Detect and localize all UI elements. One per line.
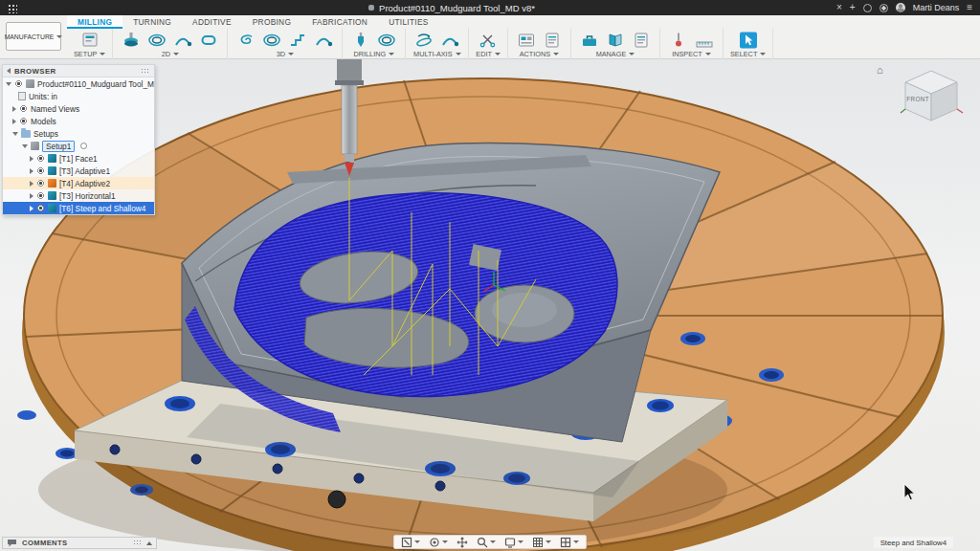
notifications-icon[interactable]: [880, 4, 888, 12]
visibility-eye-icon[interactable]: [14, 79, 23, 88]
menu-icon[interactable]: ≡: [967, 3, 972, 12]
2d-pocket-icon[interactable]: [145, 31, 168, 50]
chevron-down-icon: [760, 53, 766, 55]
3d-pocket-icon[interactable]: [260, 31, 283, 50]
new-document-icon[interactable]: +: [850, 3, 856, 12]
templates-icon[interactable]: [630, 31, 653, 50]
post-process-icon[interactable]: [515, 31, 538, 50]
view-cube-faces[interactable]: [898, 65, 965, 124]
group-actions-label[interactable]: ACTIONS: [520, 50, 559, 58]
orbit-button[interactable]: [429, 537, 448, 548]
swarf-icon[interactable]: [438, 31, 461, 50]
drill-icon[interactable]: [349, 31, 372, 50]
group-2d-label[interactable]: 2D: [162, 50, 179, 58]
panel-options-icon[interactable]: [141, 68, 150, 75]
tree-item-units[interactable]: Units: in: [3, 90, 154, 102]
group-setup-label[interactable]: SETUP: [74, 50, 105, 58]
visibility-eye-icon[interactable]: [36, 204, 45, 212]
operation-icon: [48, 191, 56, 200]
measure-icon[interactable]: [693, 31, 716, 50]
tab-fabrication[interactable]: FABRICATION: [301, 15, 378, 29]
tab-turning[interactable]: TURNING: [122, 15, 182, 29]
collapse-panel-icon[interactable]: [7, 68, 11, 74]
tree-item-adaptive2[interactable]: [T4] Adaptive2: [3, 177, 154, 189]
group-edit-label[interactable]: EDIT: [476, 50, 501, 58]
expand-up-icon[interactable]: [146, 541, 152, 545]
expand-icon[interactable]: [12, 106, 16, 112]
viewports-button[interactable]: [560, 537, 579, 548]
group-inspect: INSPECT: [660, 29, 724, 59]
fit-view-button[interactable]: [401, 537, 420, 548]
visibility-eye-icon[interactable]: [36, 166, 45, 175]
expand-icon[interactable]: [30, 156, 33, 162]
visibility-eye-icon[interactable]: [19, 117, 28, 125]
group-inspect-label[interactable]: INSPECT: [672, 50, 711, 58]
slot-icon[interactable]: [197, 31, 220, 50]
tree-item-setups[interactable]: Setups: [3, 127, 154, 140]
tab-milling[interactable]: MILLING: [67, 15, 122, 29]
pan-button[interactable]: [457, 537, 468, 548]
adaptive-clearing-icon[interactable]: [234, 31, 257, 50]
view-cube[interactable]: ⌂ FRONT: [877, 65, 969, 128]
trim-toolpath-icon[interactable]: [477, 31, 500, 50]
visibility-eye-icon[interactable]: [36, 154, 45, 163]
tree-item-named-views[interactable]: Named Views: [3, 102, 154, 115]
group-drilling-label[interactable]: DRILLING: [354, 50, 395, 58]
chevron-down-icon: [705, 53, 711, 55]
steep-and-shallow-icon[interactable]: [286, 31, 309, 50]
expand-icon[interactable]: [30, 181, 33, 187]
tree-item-face1[interactable]: [T1] Face1: [3, 152, 154, 165]
bore-icon[interactable]: [375, 31, 398, 50]
expand-icon[interactable]: [22, 144, 28, 148]
workspace-selector[interactable]: MANUFACTURE: [6, 22, 61, 51]
tab-additive[interactable]: ADDITIVE: [182, 15, 242, 29]
close-document-icon[interactable]: ×: [836, 3, 842, 12]
tree-item-setup1[interactable]: Setup1: [3, 140, 154, 152]
new-setup-icon[interactable]: [78, 31, 101, 50]
visibility-eye-icon[interactable]: [36, 179, 45, 187]
expand-icon[interactable]: [6, 82, 11, 86]
tree-item-steep-and-shallow4[interactable]: [T6] Steep and Shallow4: [3, 202, 154, 214]
tool-library-icon[interactable]: [578, 31, 601, 50]
clamp-knob: [328, 491, 345, 508]
extensions-icon[interactable]: [863, 4, 872, 12]
comments-options-icon[interactable]: [133, 540, 143, 546]
group-3d-label[interactable]: 3D: [277, 50, 294, 58]
group-select-label[interactable]: SELECT: [730, 50, 766, 58]
expand-icon[interactable]: [30, 206, 33, 211]
select-tool-icon[interactable]: [737, 31, 760, 50]
display-settings-button[interactable]: [504, 537, 523, 548]
parallel-icon[interactable]: [312, 31, 335, 50]
2d-contour-icon[interactable]: [171, 31, 194, 50]
zoom-button[interactable]: [477, 537, 496, 548]
expand-icon[interactable]: [30, 168, 33, 174]
expand-icon[interactable]: [12, 132, 18, 136]
browser-header[interactable]: BROWSER: [3, 65, 154, 77]
view-cube-front-label[interactable]: FRONT: [906, 96, 929, 102]
expand-icon[interactable]: [30, 193, 33, 199]
probe-icon[interactable]: [667, 31, 690, 50]
grid-settings-button[interactable]: [532, 537, 551, 548]
tree-item-adaptive1[interactable]: [T3] Adaptive1: [3, 165, 154, 177]
visibility-eye-icon[interactable]: [36, 191, 45, 200]
chevron-down-icon: [456, 53, 461, 55]
avatar[interactable]: [896, 3, 905, 12]
user-name[interactable]: Marti Deans: [913, 3, 960, 12]
group-multi-axis-label[interactable]: MULTI-AXIS: [413, 50, 460, 58]
setup-sheet-icon[interactable]: [541, 31, 564, 50]
tree-item-models[interactable]: Models: [3, 115, 154, 127]
comments-bar[interactable]: COMMENTS: [2, 537, 157, 549]
tree-item-root[interactable]: Product#0110_Mudguard Tool_MD...: [3, 77, 154, 90]
visibility-eye-icon[interactable]: [19, 104, 28, 113]
app-grid-icon[interactable]: [7, 3, 17, 13]
home-icon[interactable]: ⌂: [877, 65, 883, 76]
tab-utilities[interactable]: UTILITIES: [378, 15, 438, 29]
record-icon[interactable]: [80, 143, 87, 149]
tab-probing[interactable]: PROBING: [242, 15, 301, 29]
group-manage-label[interactable]: MANAGE: [596, 50, 635, 58]
tree-item-horizontal1[interactable]: [T3] Horizontal1: [3, 189, 154, 202]
multi-axis-contour-icon[interactable]: [412, 31, 435, 50]
face-icon[interactable]: [120, 31, 143, 50]
machine-library-icon[interactable]: [604, 31, 627, 50]
expand-icon[interactable]: [12, 119, 16, 124]
